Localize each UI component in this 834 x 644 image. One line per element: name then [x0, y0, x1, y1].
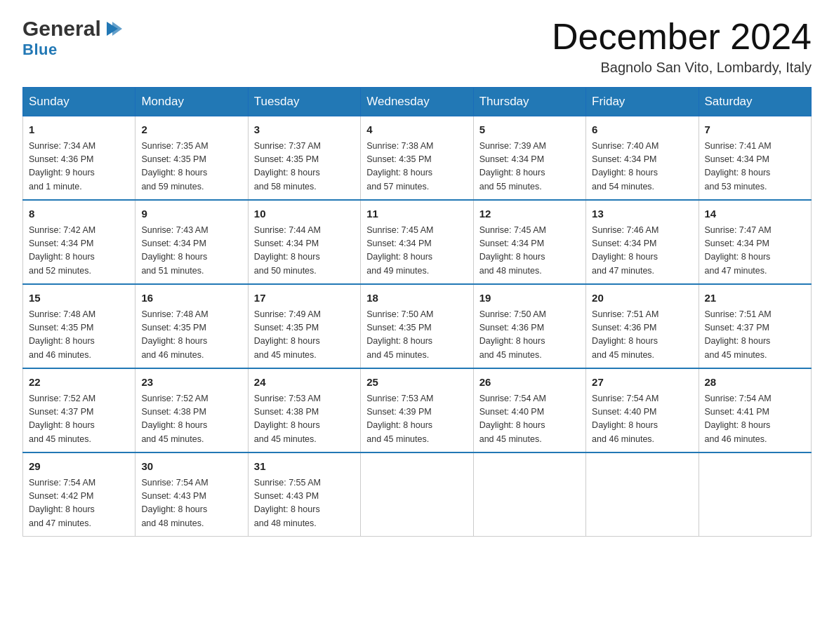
- calendar-col-monday: Monday: [135, 88, 248, 116]
- location-text: Bagnolo San Vito, Lombardy, Italy: [552, 60, 812, 76]
- day-number: 24: [254, 375, 355, 391]
- calendar-week-row: 22Sunrise: 7:52 AMSunset: 4:37 PMDayligh…: [23, 368, 812, 452]
- calendar-week-row: 29Sunrise: 7:54 AMSunset: 4:42 PMDayligh…: [23, 452, 812, 537]
- calendar-cell: 22Sunrise: 7:52 AMSunset: 4:37 PMDayligh…: [23, 368, 135, 452]
- calendar-cell: 13Sunrise: 7:46 AMSunset: 4:34 PMDayligh…: [586, 200, 699, 284]
- title-area: December 2024 Bagnolo San Vito, Lombardy…: [552, 17, 812, 76]
- calendar-cell: 24Sunrise: 7:53 AMSunset: 4:38 PMDayligh…: [248, 368, 360, 452]
- day-info: Sunrise: 7:34 AMSunset: 4:36 PMDaylight:…: [29, 140, 129, 194]
- calendar-cell: 5Sunrise: 7:39 AMSunset: 4:34 PMDaylight…: [473, 116, 585, 201]
- month-title: December 2024: [552, 17, 812, 57]
- calendar-cell: 8Sunrise: 7:42 AMSunset: 4:34 PMDaylight…: [23, 200, 135, 284]
- calendar-cell: 15Sunrise: 7:48 AMSunset: 4:35 PMDayligh…: [23, 284, 135, 368]
- calendar-cell: 19Sunrise: 7:50 AMSunset: 4:36 PMDayligh…: [473, 284, 585, 368]
- day-number: 22: [29, 375, 129, 391]
- day-info: Sunrise: 7:45 AMSunset: 4:34 PMDaylight:…: [366, 224, 467, 279]
- day-number: 19: [479, 290, 580, 307]
- day-info: Sunrise: 7:54 AMSunset: 4:40 PMDaylight:…: [479, 392, 580, 447]
- calendar-cell: 16Sunrise: 7:48 AMSunset: 4:35 PMDayligh…: [135, 284, 248, 368]
- calendar-cell: 9Sunrise: 7:43 AMSunset: 4:34 PMDaylight…: [135, 200, 248, 284]
- day-number: 5: [479, 122, 580, 138]
- calendar-col-tuesday: Tuesday: [248, 88, 360, 116]
- day-number: 18: [366, 290, 467, 307]
- day-info: Sunrise: 7:47 AMSunset: 4:34 PMDaylight:…: [705, 224, 805, 279]
- calendar-cell: 28Sunrise: 7:54 AMSunset: 4:41 PMDayligh…: [699, 368, 811, 452]
- day-info: Sunrise: 7:44 AMSunset: 4:34 PMDaylight:…: [254, 224, 355, 279]
- calendar-cell: 20Sunrise: 7:51 AMSunset: 4:36 PMDayligh…: [586, 284, 699, 368]
- logo-blue-text: Blue: [22, 41, 58, 59]
- calendar-cell: 12Sunrise: 7:45 AMSunset: 4:34 PMDayligh…: [473, 200, 585, 284]
- day-info: Sunrise: 7:54 AMSunset: 4:41 PMDaylight:…: [705, 392, 805, 447]
- day-info: Sunrise: 7:48 AMSunset: 4:35 PMDaylight:…: [29, 308, 129, 363]
- day-info: Sunrise: 7:54 AMSunset: 4:43 PMDaylight:…: [141, 476, 241, 531]
- day-info: Sunrise: 7:51 AMSunset: 4:37 PMDaylight:…: [705, 308, 805, 363]
- calendar-cell: 29Sunrise: 7:54 AMSunset: 4:42 PMDayligh…: [23, 452, 135, 537]
- calendar-cell: 3Sunrise: 7:37 AMSunset: 4:35 PMDaylight…: [248, 116, 360, 201]
- calendar-col-thursday: Thursday: [473, 88, 585, 116]
- logo-name-row: General: [22, 17, 122, 41]
- day-number: 17: [254, 290, 355, 307]
- day-number: 16: [141, 290, 241, 307]
- day-info: Sunrise: 7:46 AMSunset: 4:34 PMDaylight:…: [592, 224, 692, 279]
- logo-general-text: General: [22, 17, 101, 41]
- day-info: Sunrise: 7:42 AMSunset: 4:34 PMDaylight:…: [29, 224, 129, 279]
- calendar-week-row: 8Sunrise: 7:42 AMSunset: 4:34 PMDaylight…: [23, 200, 812, 284]
- day-number: 27: [592, 375, 692, 391]
- day-info: Sunrise: 7:48 AMSunset: 4:35 PMDaylight:…: [141, 308, 241, 363]
- day-number: 23: [141, 375, 241, 391]
- day-info: Sunrise: 7:52 AMSunset: 4:38 PMDaylight:…: [141, 392, 241, 447]
- calendar-cell: 27Sunrise: 7:54 AMSunset: 4:40 PMDayligh…: [586, 368, 699, 452]
- day-info: Sunrise: 7:37 AMSunset: 4:35 PMDaylight:…: [254, 140, 355, 194]
- day-number: 2: [141, 122, 241, 138]
- calendar-cell: 30Sunrise: 7:54 AMSunset: 4:43 PMDayligh…: [135, 452, 248, 537]
- svg-marker-1: [112, 22, 122, 36]
- day-number: 10: [254, 206, 355, 222]
- calendar-cell: 21Sunrise: 7:51 AMSunset: 4:37 PMDayligh…: [699, 284, 811, 368]
- calendar-cell: 23Sunrise: 7:52 AMSunset: 4:38 PMDayligh…: [135, 368, 248, 452]
- calendar-cell: 14Sunrise: 7:47 AMSunset: 4:34 PMDayligh…: [699, 200, 811, 284]
- calendar-cell: 31Sunrise: 7:55 AMSunset: 4:43 PMDayligh…: [248, 452, 360, 537]
- calendar-cell: [699, 452, 811, 537]
- day-number: 20: [592, 290, 692, 307]
- day-info: Sunrise: 7:41 AMSunset: 4:34 PMDaylight:…: [705, 140, 805, 194]
- day-info: Sunrise: 7:38 AMSunset: 4:35 PMDaylight:…: [366, 140, 467, 194]
- calendar-header-row: SundayMondayTuesdayWednesdayThursdayFrid…: [23, 88, 812, 116]
- calendar-cell: 7Sunrise: 7:41 AMSunset: 4:34 PMDaylight…: [699, 116, 811, 201]
- calendar-cell: 25Sunrise: 7:53 AMSunset: 4:39 PMDayligh…: [361, 368, 473, 452]
- calendar-col-friday: Friday: [586, 88, 699, 116]
- day-info: Sunrise: 7:49 AMSunset: 4:35 PMDaylight:…: [254, 308, 355, 363]
- day-number: 26: [479, 375, 580, 391]
- day-info: Sunrise: 7:43 AMSunset: 4:34 PMDaylight:…: [141, 224, 241, 279]
- calendar-col-wednesday: Wednesday: [361, 88, 473, 116]
- day-number: 21: [705, 290, 805, 307]
- calendar-cell: 6Sunrise: 7:40 AMSunset: 4:34 PMDaylight…: [586, 116, 699, 201]
- day-info: Sunrise: 7:54 AMSunset: 4:42 PMDaylight:…: [29, 476, 129, 531]
- calendar-cell: 17Sunrise: 7:49 AMSunset: 4:35 PMDayligh…: [248, 284, 360, 368]
- calendar-col-saturday: Saturday: [699, 88, 811, 116]
- calendar-cell: 26Sunrise: 7:54 AMSunset: 4:40 PMDayligh…: [473, 368, 585, 452]
- logo-arrow-icon: [102, 19, 122, 39]
- day-info: Sunrise: 7:50 AMSunset: 4:35 PMDaylight:…: [366, 308, 467, 363]
- day-number: 8: [29, 206, 129, 222]
- calendar-cell: [361, 452, 473, 537]
- calendar-week-row: 1Sunrise: 7:34 AMSunset: 4:36 PMDaylight…: [23, 116, 812, 201]
- day-number: 11: [366, 206, 467, 222]
- logo: General Blue: [22, 17, 122, 59]
- day-info: Sunrise: 7:40 AMSunset: 4:34 PMDaylight:…: [592, 140, 692, 194]
- day-number: 14: [705, 206, 805, 222]
- calendar-cell: 2Sunrise: 7:35 AMSunset: 4:35 PMDaylight…: [135, 116, 248, 201]
- calendar-col-sunday: Sunday: [23, 88, 135, 116]
- day-number: 7: [705, 122, 805, 138]
- calendar-cell: 18Sunrise: 7:50 AMSunset: 4:35 PMDayligh…: [361, 284, 473, 368]
- day-number: 6: [592, 122, 692, 138]
- day-info: Sunrise: 7:55 AMSunset: 4:43 PMDaylight:…: [254, 476, 355, 531]
- day-info: Sunrise: 7:50 AMSunset: 4:36 PMDaylight:…: [479, 308, 580, 363]
- day-info: Sunrise: 7:45 AMSunset: 4:34 PMDaylight:…: [479, 224, 580, 279]
- calendar-cell: [586, 452, 699, 537]
- day-number: 30: [141, 459, 241, 475]
- day-number: 25: [366, 375, 467, 391]
- day-info: Sunrise: 7:54 AMSunset: 4:40 PMDaylight:…: [592, 392, 692, 447]
- calendar-cell: 10Sunrise: 7:44 AMSunset: 4:34 PMDayligh…: [248, 200, 360, 284]
- day-info: Sunrise: 7:39 AMSunset: 4:34 PMDaylight:…: [479, 140, 580, 194]
- calendar-cell: 11Sunrise: 7:45 AMSunset: 4:34 PMDayligh…: [361, 200, 473, 284]
